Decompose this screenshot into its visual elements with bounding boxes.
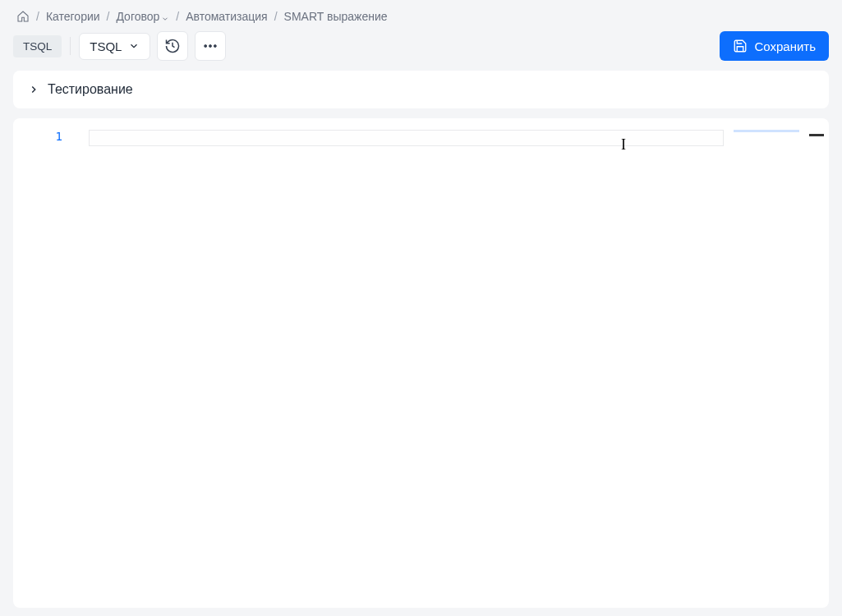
svg-point-0 — [205, 45, 207, 48]
text-cursor-icon: I — [621, 136, 626, 154]
breadcrumb-item-contract[interactable]: Договор — [116, 10, 169, 23]
svg-point-1 — [209, 45, 212, 48]
home-icon[interactable] — [16, 10, 30, 23]
breadcrumb-separator: / — [274, 10, 278, 23]
history-icon — [164, 38, 181, 54]
breadcrumb-item-label: Договор — [116, 10, 159, 23]
language-dropdown-label: TSQL — [90, 39, 122, 53]
code-editor: 1 I — [13, 118, 829, 608]
chevron-down-icon — [128, 40, 140, 52]
breadcrumb-separator: / — [107, 10, 110, 23]
breadcrumb-separator: / — [176, 10, 179, 23]
minimap-highlight — [734, 130, 799, 132]
toolbar-divider — [70, 37, 71, 55]
editor-textarea[interactable]: I — [79, 130, 829, 608]
dots-icon — [202, 38, 219, 54]
breadcrumb-separator: / — [36, 10, 39, 23]
line-number: 1 — [13, 130, 62, 143]
testing-panel[interactable]: Тестирование — [13, 71, 829, 108]
svg-point-2 — [214, 45, 217, 48]
save-button-label: Сохранить — [754, 39, 816, 53]
toolbar: TSQL TSQL — [10, 26, 832, 71]
current-line-highlight — [89, 130, 724, 146]
chevron-down-icon — [161, 12, 169, 21]
save-button[interactable]: Сохранить — [720, 31, 829, 61]
scrollbar-thumb[interactable] — [809, 134, 824, 136]
more-options-button[interactable] — [195, 31, 226, 61]
breadcrumb: / Категории / Договор / Автоматизация / … — [10, 7, 832, 26]
language-chip: TSQL — [13, 35, 62, 57]
language-dropdown[interactable]: TSQL — [79, 33, 150, 60]
chevron-right-icon — [28, 84, 39, 95]
editor-gutter: 1 — [13, 130, 79, 608]
testing-panel-title: Тестирование — [48, 82, 133, 97]
breadcrumb-item-categories[interactable]: Категории — [46, 10, 100, 23]
save-icon — [733, 39, 748, 53]
history-button[interactable] — [157, 31, 188, 61]
breadcrumb-item-smart-expression[interactable]: SMART выражение — [284, 10, 388, 23]
breadcrumb-item-automation[interactable]: Автоматизация — [186, 10, 267, 23]
editor-scrollbar[interactable] — [815, 136, 824, 601]
